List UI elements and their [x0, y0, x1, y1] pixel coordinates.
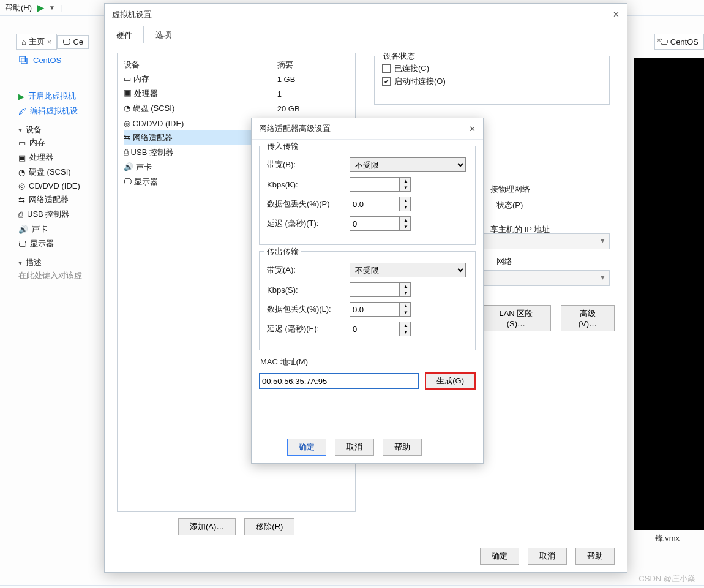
spin-up-icon[interactable]: ▲: [399, 178, 410, 184]
spin-up-icon[interactable]: ▲: [399, 283, 410, 290]
play-icon: ▶: [18, 92, 24, 101]
disk-icon: ◔: [124, 104, 130, 113]
dialog-title: 网络适配器高级设置: [259, 123, 331, 134]
spin-loss-in[interactable]: ▲▼: [350, 197, 411, 211]
sidebar-usb[interactable]: ⎙USB 控制器: [18, 207, 110, 222]
sidebar-mem[interactable]: ▭内存: [18, 135, 110, 150]
legend-incoming: 传入传输: [264, 141, 301, 152]
sidebar-cpu[interactable]: ▣处理器: [18, 150, 110, 165]
spin-loss-out[interactable]: ▲▼: [350, 302, 411, 317]
adv-ok-button[interactable]: 确定: [287, 439, 326, 456]
close-icon[interactable]: ×: [656, 36, 661, 45]
sound-icon: 🔊: [124, 162, 133, 172]
chevron-down-icon: ▾: [18, 126, 22, 134]
label-lat-in: 延迟 (毫秒)(T):: [267, 218, 350, 229]
group-devices[interactable]: ▾设备: [18, 124, 110, 135]
lan-segments-button[interactable]: LAN 区段(S)…: [481, 305, 551, 331]
combo-bw-in[interactable]: 不受限: [350, 157, 466, 172]
spin-kbps-out[interactable]: ▲▼: [350, 282, 411, 297]
mem-icon: ▭: [124, 74, 131, 83]
hw-row-cpu[interactable]: ▣ 处理器1: [124, 86, 349, 101]
vmx-filename: 锋.vmx: [655, 533, 680, 544]
menu-help[interactable]: 帮助(H): [5, 2, 32, 13]
spin-down-icon[interactable]: ▼: [399, 329, 410, 336]
col-device: 设备: [124, 58, 222, 72]
label-loss-out: 数据包丢失(%)(L):: [267, 304, 350, 315]
sidebar-disk[interactable]: ◔硬盘 (SCSI): [18, 165, 110, 179]
sidebar-cd[interactable]: ◎CD/DVD (IDE): [18, 179, 110, 192]
disk-icon: ◔: [18, 168, 25, 177]
memory-icon: ▭: [18, 138, 26, 148]
legend-outgoing: 传出传输: [264, 246, 301, 257]
group-incoming: 传入传输 带宽(B): 不受限 Kbps(K): ▲▼ 数据包丢失(%)(P) …: [259, 146, 476, 245]
close-icon[interactable]: ×: [47, 37, 52, 47]
cpu-icon: ▣: [124, 89, 132, 98]
adv-help-button[interactable]: 帮助: [383, 439, 422, 456]
sound-icon: 🔊: [18, 225, 28, 234]
chk-connect-poweron[interactable]: ✔启动时连接(O): [382, 76, 602, 87]
play-icon[interactable]: ▶: [37, 2, 44, 13]
label-bw-in: 带宽(B):: [267, 159, 350, 170]
tab-centos-right[interactable]: 🖵 CentOS: [654, 34, 704, 50]
spin-up-icon[interactable]: ▲: [399, 303, 410, 309]
mac-input[interactable]: [259, 373, 419, 389]
action-edit-vm[interactable]: 🖉编辑虚拟机设: [18, 104, 110, 118]
group-outgoing: 传出传输 带宽(A): 不受限 Kbps(S): ▲▼ 数据包丢失(%)(L):…: [259, 251, 476, 350]
display-icon: 🖵: [124, 177, 132, 186]
spin-down-icon[interactable]: ▼: [399, 204, 410, 211]
spin-lat-out[interactable]: ▲▼: [350, 322, 411, 336]
net-icon: ⇆: [124, 133, 130, 142]
spin-kbps-in[interactable]: ▲▼: [350, 177, 411, 192]
spin-up-icon[interactable]: ▲: [399, 197, 410, 204]
generate-button[interactable]: 生成(G): [425, 372, 476, 390]
group-device-status: 设备状态 已连接(C) ✔启动时连接(O): [374, 56, 610, 105]
add-button[interactable]: 添加(A)…: [178, 518, 236, 535]
display-icon: 🖵: [18, 239, 26, 249]
sidebar-sound[interactable]: 🔊声卡: [18, 222, 110, 236]
svg-rect-0: [20, 56, 25, 62]
dialog-title: 虚拟机设置: [112, 9, 152, 20]
settings-ok-button[interactable]: 确定: [480, 548, 519, 565]
spin-down-icon[interactable]: ▼: [399, 224, 410, 230]
sidebar-display[interactable]: 🖵显示器: [18, 236, 110, 251]
desc-placeholder[interactable]: 在此处键入对该虚: [18, 268, 110, 283]
vm-display-area: [634, 58, 704, 530]
page-title-centos: CentOS: [18, 55, 61, 65]
label-kbps-in: Kbps(K):: [267, 180, 350, 189]
spin-up-icon[interactable]: ▲: [399, 322, 410, 329]
hw-row-mem[interactable]: ▭ 内存1 GB: [124, 72, 349, 86]
label-lat-out: 延迟 (毫秒)(E):: [267, 323, 350, 334]
sidebar-net[interactable]: ⇆网络适配器: [18, 192, 110, 207]
watermark: CSDN @庄小焱: [638, 573, 695, 584]
checkbox-icon: [382, 64, 391, 73]
legend-status: 设备状态: [381, 51, 418, 62]
svg-rect-1: [21, 58, 27, 64]
hw-row-disk[interactable]: ◔ 硬盘 (SCSI)20 GB: [124, 101, 349, 116]
spin-up-icon[interactable]: ▲: [399, 217, 410, 224]
network-icon: ⇆: [18, 195, 25, 205]
tab-hardware[interactable]: 硬件: [105, 26, 144, 43]
action-poweron[interactable]: ▶开启此虚拟机: [18, 89, 110, 104]
advanced-button[interactable]: 高级(V)…: [561, 305, 615, 331]
spin-lat-in[interactable]: ▲▼: [350, 216, 411, 231]
spin-down-icon[interactable]: ▼: [399, 184, 410, 191]
close-icon[interactable]: ✕: [613, 10, 620, 19]
close-icon[interactable]: ✕: [469, 124, 476, 134]
tab-options[interactable]: 选项: [144, 25, 183, 43]
col-summary: 摘要: [222, 58, 349, 72]
dialog-advanced-network: 网络适配器高级设置 ✕ 传入传输 带宽(B): 不受限 Kbps(K): ▲▼ …: [251, 118, 484, 464]
spin-down-icon[interactable]: ▼: [399, 309, 410, 316]
combo-bw-out[interactable]: 不受限: [350, 263, 466, 277]
remove-button[interactable]: 移除(R): [244, 518, 294, 535]
tab-home[interactable]: ⌂ 主页 ×: [16, 34, 57, 50]
cpu-icon: ▣: [18, 153, 26, 162]
spin-down-icon[interactable]: ▼: [399, 290, 410, 296]
play-dropdown-icon[interactable]: ▼: [49, 4, 55, 11]
checkbox-icon: ✔: [382, 77, 391, 86]
settings-cancel-button[interactable]: 取消: [528, 548, 567, 565]
monitor-icon: 🖵: [62, 37, 70, 47]
tab-centos-trunc[interactable]: 🖵 Ce: [57, 35, 89, 49]
adv-cancel-button[interactable]: 取消: [335, 439, 374, 456]
settings-help-button[interactable]: 帮助: [575, 548, 615, 565]
group-desc[interactable]: ▾描述: [18, 257, 110, 268]
